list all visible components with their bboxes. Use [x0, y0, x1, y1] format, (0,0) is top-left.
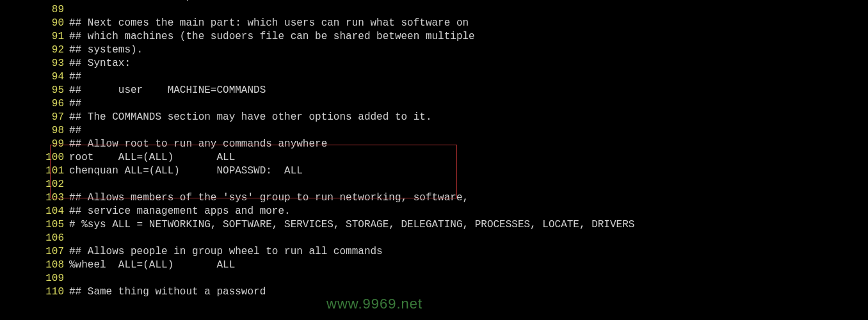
- line-content[interactable]: ## Same thing without a password: [69, 285, 266, 299]
- line-content[interactable]: ## service management apps and more.: [69, 205, 291, 218]
- line-number: 97: [0, 111, 69, 124]
- line-number: 90: [0, 17, 69, 30]
- code-line[interactable]: 99## Allow root to run any commands anyw…: [0, 138, 868, 151]
- line-number: 91: [0, 30, 69, 44]
- line-number: 105: [0, 218, 69, 232]
- code-line[interactable]: 90## Next comes the main part: which use…: [0, 17, 868, 30]
- line-content[interactable]: ## Next comes the main part: which users…: [69, 17, 469, 30]
- code-line[interactable]: 110## Same thing without a password: [0, 285, 868, 299]
- line-number: 93: [0, 57, 69, 70]
- line-content[interactable]: Defaults secure_path = /sbin:/bin:/usr/s…: [69, 0, 407, 3]
- code-line[interactable]: 94##: [0, 70, 868, 84]
- line-number: 110: [0, 285, 69, 299]
- line-number: 95: [0, 84, 69, 97]
- code-line[interactable]: 97## The COMMANDS section may have other…: [0, 111, 868, 124]
- code-line[interactable]: 109: [0, 272, 868, 285]
- code-line[interactable]: 91## which machines (the sudoers file ca…: [0, 30, 868, 44]
- line-number: 101: [0, 164, 69, 178]
- line-number: 92: [0, 44, 69, 57]
- line-number: 102: [0, 178, 69, 191]
- line-content[interactable]: ##: [69, 97, 81, 111]
- line-content[interactable]: ## Allows members of the 'sys' group to …: [69, 191, 469, 205]
- line-content[interactable]: ## systems).: [69, 44, 143, 57]
- line-number: 104: [0, 205, 69, 218]
- line-number: 107: [0, 245, 69, 259]
- line-content[interactable]: chenquan ALL=(ALL) NOPASSWD: ALL: [69, 164, 303, 178]
- line-content[interactable]: ## which machines (the sudoers file can …: [69, 30, 475, 44]
- code-line[interactable]: 102: [0, 178, 868, 191]
- line-content[interactable]: %wheel ALL=(ALL) ALL: [69, 259, 235, 272]
- line-number: 96: [0, 97, 69, 111]
- code-line[interactable]: 107## Allows people in group wheel to ru…: [0, 245, 868, 259]
- line-number: 103: [0, 191, 69, 205]
- line-content[interactable]: ## user MACHINE=COMMANDS: [69, 84, 266, 97]
- line-content[interactable]: ## Allow root to run any commands anywhe…: [69, 138, 327, 151]
- line-number: 89: [0, 3, 69, 17]
- code-line[interactable]: 103## Allows members of the 'sys' group …: [0, 191, 868, 205]
- code-line[interactable]: 92## systems).: [0, 44, 868, 57]
- line-number: 94: [0, 70, 69, 84]
- line-number: 98: [0, 124, 69, 138]
- line-content[interactable]: ##: [69, 124, 81, 138]
- code-line[interactable]: 108%wheel ALL=(ALL) ALL: [0, 259, 868, 272]
- line-content[interactable]: ## Syntax:: [69, 57, 131, 70]
- line-number: 109: [0, 272, 69, 285]
- code-line[interactable]: 106: [0, 232, 868, 245]
- watermark-text: www.9969.net: [326, 297, 422, 310]
- code-line[interactable]: 95## user MACHINE=COMMANDS: [0, 84, 868, 97]
- line-number: 100: [0, 151, 69, 164]
- code-line[interactable]: 98##: [0, 124, 868, 138]
- line-content[interactable]: ## Allows people in group wheel to run a…: [69, 245, 383, 259]
- line-number: 99: [0, 138, 69, 151]
- line-content[interactable]: # %sys ALL = NETWORKING, SOFTWARE, SERVI…: [69, 218, 634, 232]
- code-line[interactable]: 105# %sys ALL = NETWORKING, SOFTWARE, SE…: [0, 218, 868, 232]
- code-line[interactable]: 101chenquan ALL=(ALL) NOPASSWD: ALL: [0, 164, 868, 178]
- code-line[interactable]: 93## Syntax:: [0, 57, 868, 70]
- line-content[interactable]: root ALL=(ALL) ALL: [69, 151, 235, 164]
- code-line[interactable]: 96##: [0, 97, 868, 111]
- line-number: 108: [0, 259, 69, 272]
- line-number: 106: [0, 232, 69, 245]
- code-line[interactable]: 89: [0, 3, 868, 17]
- code-line[interactable]: 104## service management apps and more.: [0, 205, 868, 218]
- line-content[interactable]: ## The COMMANDS section may have other o…: [69, 111, 432, 124]
- line-content[interactable]: ##: [69, 70, 81, 84]
- code-line[interactable]: 100root ALL=(ALL) ALL: [0, 151, 868, 164]
- text-editor-viewport[interactable]: 88Defaults secure_path = /sbin:/bin:/usr…: [0, 0, 868, 299]
